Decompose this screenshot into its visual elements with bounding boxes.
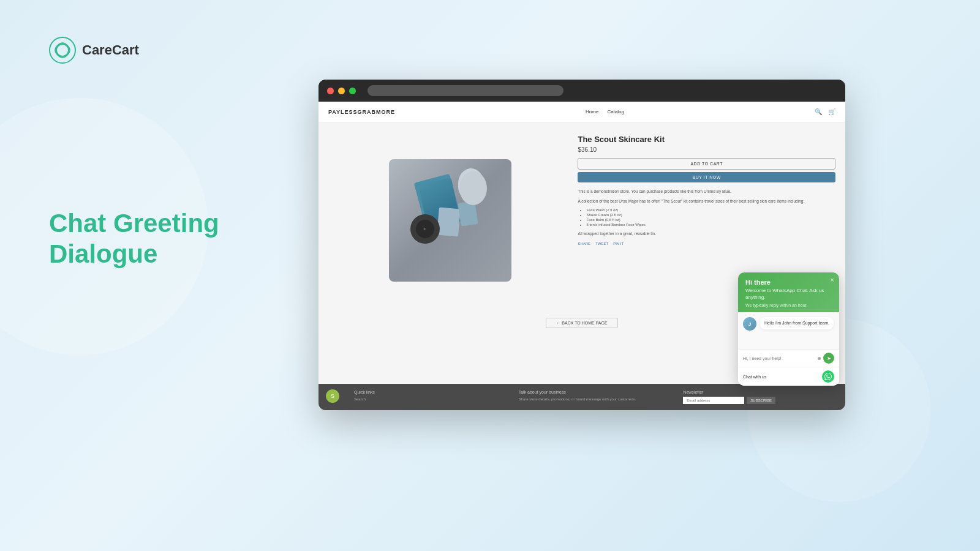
- search-icon[interactable]: 🔍: [815, 108, 822, 115]
- footer-business-title: Talk about your business: [519, 390, 671, 394]
- product-image: ✦: [389, 159, 511, 282]
- chat-greeting-title: Hi there: [745, 279, 832, 286]
- svg-point-0: [50, 37, 75, 63]
- chat-close-button[interactable]: ×: [831, 276, 834, 283]
- list-item: Shave Cream (2 fl oz): [586, 213, 835, 217]
- footer-newsletter-row: SUBSCRIBE: [683, 397, 835, 404]
- chat-widget: Hi there Welcome to WhatsApp Chat. Ask u…: [738, 272, 839, 386]
- chat-send-button[interactable]: ➤: [823, 353, 834, 364]
- shop-footer: Quick links Search Talk about your busin…: [318, 384, 845, 410]
- product-details: The Scout Skincare Kit $36.10 ADD TO CAR…: [571, 135, 835, 246]
- chat-dot-indicator: [818, 357, 821, 360]
- chat-input-row: ➤: [738, 349, 839, 367]
- chat-agent-avatar: J: [743, 317, 756, 331]
- browser-dot-minimize[interactable]: [338, 88, 345, 94]
- logo-area: CareCart: [49, 37, 139, 64]
- chat-agent-message-row: J Hello I'm John from Support team.: [743, 317, 834, 331]
- product-share-actions: SHARE TWEET PIN IT: [578, 242, 835, 246]
- tweet-action[interactable]: TWEET: [595, 242, 608, 246]
- browser-mockup: PAYLESSGRABMORE Home Catalog 🔍 🛒: [318, 80, 845, 410]
- chat-body: J Hello I'm John from Support team.: [738, 312, 839, 349]
- list-item: Face Balm (0.6 fl oz): [586, 218, 835, 222]
- product-note: All wrapped together in a great, reusabl…: [578, 231, 835, 236]
- add-to-cart-button[interactable]: ADD TO CART: [578, 158, 835, 170]
- carecart-logo-icon: [49, 37, 76, 64]
- footer-col-quicklinks: Quick links Search: [354, 390, 507, 402]
- browser-url-bar[interactable]: [368, 85, 564, 96]
- shop-navbar: PAYLESSGRABMORE Home Catalog 🔍 🛒: [318, 102, 845, 122]
- browser-dot-maximize[interactable]: [349, 88, 356, 94]
- share-action[interactable]: SHARE: [578, 242, 590, 246]
- footer-col-newsletter: Newsletter SUBSCRIBE: [683, 390, 835, 404]
- shop-nav-links: Home Catalog: [586, 109, 624, 114]
- product-description: This is a demonstration store. You can p…: [578, 189, 835, 195]
- footer-newsletter-title: Newsletter: [683, 390, 835, 394]
- chat-header-subtitle: Welcome to WhatsApp Chat. Ask us anythin…: [745, 288, 832, 301]
- chat-header: Hi there Welcome to WhatsApp Chat. Ask u…: [738, 272, 839, 312]
- svg-point-1: [56, 44, 69, 56]
- chat-input-field[interactable]: [743, 356, 815, 361]
- buy-now-button[interactable]: BUY IT NOW: [578, 172, 835, 182]
- newsletter-email-input[interactable]: [683, 397, 744, 404]
- footer-quicklinks-search[interactable]: Search: [354, 397, 507, 402]
- chat-reply-time: We typically reply within an hour.: [745, 303, 832, 307]
- product-items-list: Face Wash (2 fl oz) Shave Cream (2 fl oz…: [578, 208, 835, 227]
- product-image-area: ✦: [328, 135, 571, 306]
- chat-agent-bubble: Hello I'm John from Support team.: [760, 317, 834, 329]
- shop-brand: PAYLESSGRABMORE: [328, 109, 395, 115]
- nav-link-home[interactable]: Home: [586, 109, 598, 114]
- cart-icon[interactable]: 🛒: [828, 108, 835, 115]
- pin-action[interactable]: PIN IT: [613, 242, 624, 246]
- logo-text: CareCart: [82, 42, 139, 58]
- browser-content: PAYLESSGRABMORE Home Catalog 🔍 🛒: [318, 102, 845, 410]
- chat-footer-label[interactable]: Chat with us: [743, 375, 767, 379]
- footer-business-text: Share store details, promotions, or bran…: [519, 397, 671, 402]
- newsletter-subscribe-button[interactable]: SUBSCRIBE: [747, 397, 775, 404]
- browser-dot-close[interactable]: [327, 88, 334, 94]
- browser-titlebar: [318, 80, 845, 102]
- product-image-inner: ✦: [389, 159, 511, 282]
- nav-link-catalog[interactable]: Catalog: [607, 109, 624, 114]
- list-item: 5 tonic-infused Bamboo Face Wipes: [586, 223, 835, 227]
- shopify-icon: S: [326, 389, 339, 403]
- product-title: The Scout Skincare Kit: [578, 135, 835, 144]
- product-price: $36.10: [578, 146, 835, 153]
- footer-col-business: Talk about your business Share store det…: [519, 390, 671, 402]
- left-text-area: Chat Greeting Dialogue: [49, 208, 219, 270]
- list-item: Face Wash (2 fl oz): [586, 208, 835, 212]
- shop-nav-icons: 🔍 🛒: [815, 108, 835, 115]
- whatsapp-icon[interactable]: [822, 370, 834, 383]
- page-title: Chat Greeting Dialogue: [49, 208, 219, 270]
- back-to-home-button[interactable]: ← BACK TO HOME PAGE: [546, 318, 617, 328]
- product-description-2: A collection of the best Ursa Major has …: [578, 198, 835, 204]
- chat-footer: Chat with us: [738, 367, 839, 386]
- footer-quicklinks-title: Quick links: [354, 390, 507, 394]
